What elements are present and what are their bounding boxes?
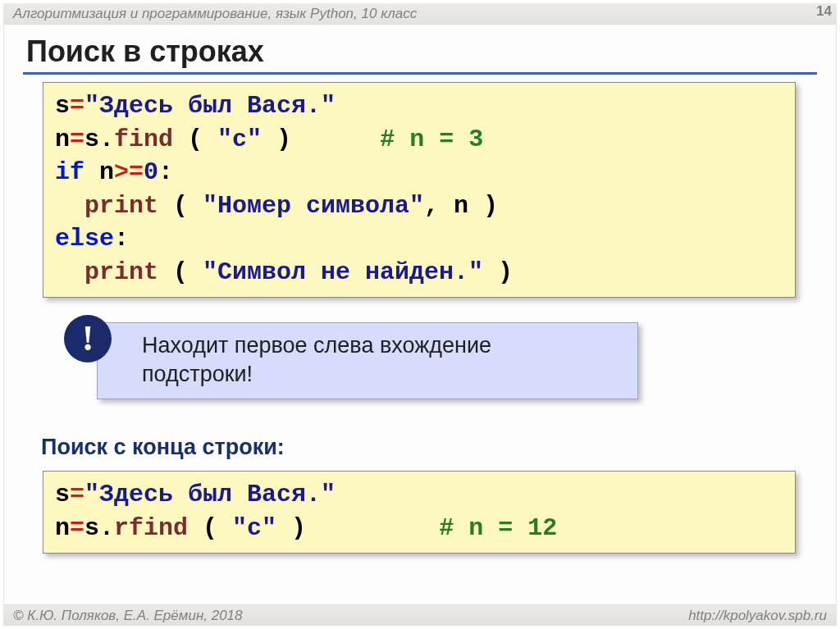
code-text: >=	[114, 158, 144, 186]
code-text: "Здесь был Вася."	[84, 481, 336, 508]
code-text: , n )	[424, 192, 498, 220]
code-text: # n = 3	[380, 125, 483, 153]
course-label: Алгоритмизация и программирование, язык …	[13, 6, 417, 22]
code-text: # n = 12	[439, 514, 557, 542]
code-text: (	[158, 192, 203, 220]
code-text: "с"	[217, 125, 262, 153]
code-text: s	[55, 481, 70, 508]
footer-url: http://kpolyakov.spb.ru	[688, 608, 827, 624]
note-line-1: Находит первое слева вхождение	[142, 333, 491, 358]
code-text: =	[70, 92, 84, 120]
code-text: )	[262, 125, 380, 153]
subheading: Поиск с конца строки:	[41, 435, 285, 460]
code-block-2: s="Здесь был Вася." n=s.rfind ( "с" ) # …	[43, 471, 796, 554]
note-line-2: подстроки!	[142, 362, 253, 386]
code-text: )	[276, 514, 439, 542]
copyright: © К.Ю. Поляков, Е.А. Ерёмин, 2018	[13, 608, 243, 624]
page-number: 14	[816, 3, 832, 20]
code-text: :	[114, 225, 129, 253]
code-text: 0	[144, 158, 158, 186]
code-text: if	[55, 158, 84, 186]
code-text: =	[70, 514, 84, 542]
code-text: s.	[84, 125, 114, 153]
code-text: s	[55, 92, 70, 120]
code-text: (	[158, 258, 203, 286]
code-text: "Символ не найден."	[203, 258, 483, 286]
code-text: rfind	[114, 514, 188, 542]
code-text: =	[70, 481, 84, 508]
code-text: (	[173, 125, 217, 153]
title-underline	[23, 72, 817, 75]
bang-glyph: !	[82, 321, 94, 357]
note-box: Находит первое слева вхождение подстроки…	[97, 322, 638, 399]
code-text: print	[84, 258, 158, 286]
code-block-1: s="Здесь был Вася." n=s.find ( "с" ) # n…	[43, 82, 796, 298]
code-text: "Номер символа"	[203, 192, 424, 220]
code-text: find	[114, 125, 173, 153]
exclamation-icon: !	[64, 315, 112, 362]
code-text: )	[483, 258, 513, 286]
code-text: else	[55, 225, 114, 253]
code-text: n	[55, 125, 70, 153]
code-text: :	[158, 158, 173, 186]
code-text: print	[84, 192, 158, 220]
footer-bar: © К.Ю. Поляков, Е.А. Ерёмин, 2018 http:/…	[3, 604, 837, 626]
code-text: =	[70, 125, 84, 153]
code-text: "с"	[232, 514, 276, 542]
code-text: n	[55, 514, 70, 542]
code-text: (	[188, 514, 232, 542]
code-text	[55, 258, 84, 286]
slide-title: Поиск в строках	[26, 34, 264, 69]
code-text: s.	[84, 514, 114, 542]
code-text	[55, 192, 84, 220]
code-text: "Здесь был Вася."	[84, 92, 336, 120]
header-bar: Алгоритмизация и программирование, язык …	[3, 3, 837, 25]
code-text: n	[84, 158, 114, 186]
